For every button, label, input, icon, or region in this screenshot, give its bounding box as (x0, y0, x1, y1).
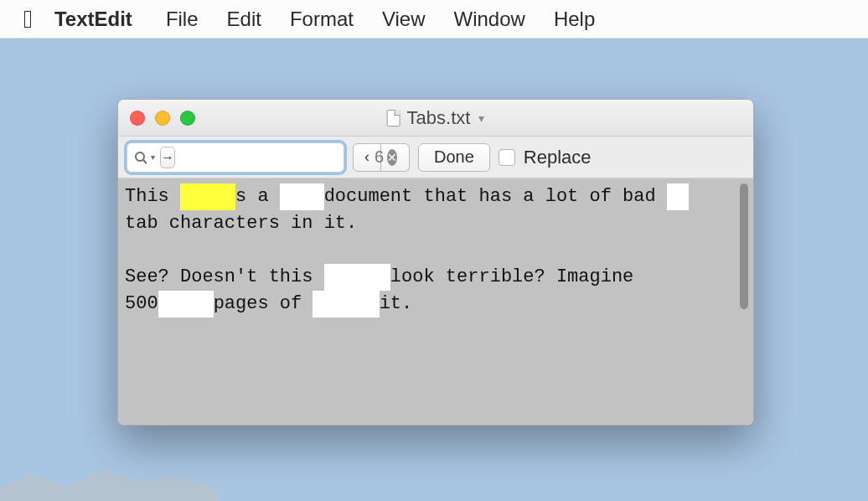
text-run: pages of (214, 293, 313, 314)
menu-window[interactable]: Window (454, 8, 525, 31)
text-run: tab characters in it. (125, 213, 357, 234)
search-options-chevron-icon[interactable]: ▾ (151, 152, 155, 162)
find-bar: ▾ → 6 ✕ ‹ › Done Replace (118, 137, 753, 178)
desktop-wallpaper (0, 467, 218, 501)
menu-file[interactable]: File (166, 8, 199, 31)
menu-bar:  TextEdit File Edit Format View Window … (0, 0, 868, 39)
zoom-button[interactable] (180, 111, 195, 126)
menu-format[interactable]: Format (290, 8, 354, 31)
text-run: s a (235, 186, 280, 207)
svg-line-1 (143, 160, 147, 163)
text-run: document that has a lot of bad (324, 186, 667, 207)
menu-edit[interactable]: Edit (227, 8, 261, 31)
match-highlight (324, 264, 390, 291)
clear-search-icon[interactable]: ✕ (387, 149, 397, 166)
textedit-window: Tabs.txt ▾ ▾ → 6 ✕ ‹ › Done Replace This… (117, 99, 754, 426)
search-input[interactable] (180, 143, 375, 172)
insert-pattern-button[interactable]: → (160, 147, 175, 168)
text-run: See? Doesn't this (125, 266, 324, 287)
menu-help[interactable]: Help (554, 8, 595, 31)
match-count: 6 (375, 147, 384, 167)
app-menu[interactable]: TextEdit (54, 8, 132, 31)
replace-label: Replace (524, 147, 592, 168)
text-run: 500 (125, 293, 158, 314)
match-highlight (280, 183, 324, 210)
apple-menu-icon[interactable]:  (23, 5, 33, 34)
match-highlight-current (180, 183, 235, 210)
document-text-area[interactable]: This s a document that has a lot of bad … (118, 178, 753, 425)
text-run: look terrible? Imagine (390, 266, 633, 287)
window-title: Tabs.txt (407, 107, 471, 129)
title-bar[interactable]: Tabs.txt ▾ (118, 100, 753, 137)
vertical-scrollbar[interactable] (740, 183, 748, 309)
done-button[interactable]: Done (418, 143, 490, 172)
title-menu-chevron-icon[interactable]: ▾ (478, 111, 484, 125)
replace-checkbox[interactable] (499, 149, 515, 166)
menu-view[interactable]: View (382, 8, 426, 31)
close-button[interactable] (130, 111, 145, 126)
text-run: This (125, 186, 180, 207)
search-icon[interactable] (134, 151, 147, 164)
text-run: it. (380, 293, 413, 314)
match-highlight (158, 291, 214, 318)
match-highlight (667, 183, 689, 210)
minimize-button[interactable] (155, 111, 170, 126)
document-icon (387, 110, 400, 127)
search-field-container: ▾ → 6 ✕ (127, 142, 344, 173)
svg-point-0 (136, 152, 144, 161)
match-highlight (313, 291, 379, 318)
